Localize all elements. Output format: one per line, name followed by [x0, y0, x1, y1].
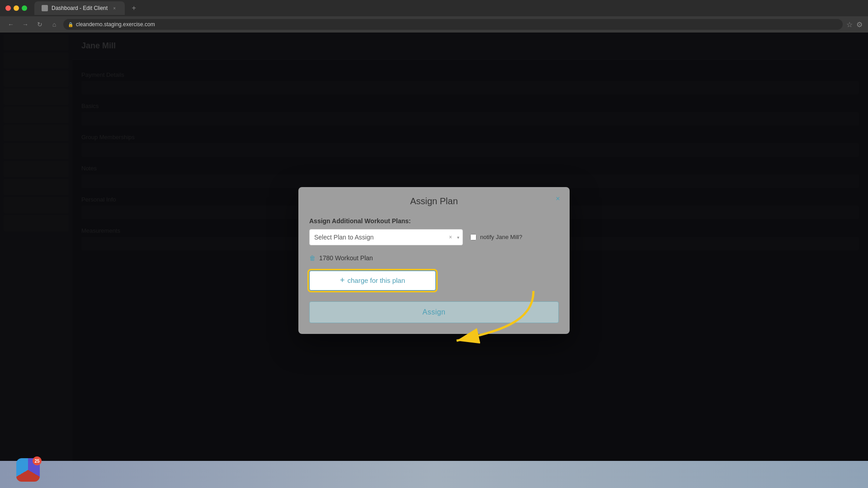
reload-button[interactable]: ↻ — [34, 19, 45, 30]
chevron-down-icon: ▾ — [457, 235, 459, 239]
notify-checkbox-row: notify Jane Mill? — [470, 234, 522, 240]
notify-checkbox[interactable] — [470, 234, 476, 240]
charge-for-plan-button[interactable]: + charge for this plan — [309, 271, 436, 291]
url-text: cleandemo.staging.exercise.com — [76, 21, 155, 28]
nav-actions: ☆ ⚙ — [846, 20, 863, 29]
plan-select-dropdown[interactable]: Select Plan to Assign — [309, 229, 463, 245]
tab-title: Dashboard - Edit Client — [52, 5, 108, 11]
lock-icon: 🔒 — [68, 22, 73, 27]
home-button[interactable]: ⌂ — [49, 19, 60, 30]
modal-overlay: Assign Plan × Assign Additional Workout … — [0, 33, 868, 488]
notify-label: notify Jane Mill? — [480, 234, 522, 240]
traffic-lights — [5, 5, 27, 11]
traffic-light-close[interactable] — [5, 5, 11, 11]
modal-close-button[interactable]: × — [553, 194, 562, 203]
traffic-light-fullscreen[interactable] — [22, 5, 27, 11]
assign-button[interactable]: Assign — [309, 301, 559, 323]
browser-chrome: Dashboard - Edit Client × + ← → ↻ ⌂ 🔒 cl… — [0, 0, 868, 33]
modal-title: Assign Plan — [410, 196, 458, 206]
modal-body: Assign Additional Workout Plans: Select … — [298, 214, 570, 334]
back-button[interactable]: ← — [5, 19, 16, 30]
plus-icon: + — [340, 276, 345, 285]
app-icon-badge: 25 — [33, 456, 42, 465]
bottom-gradient-bar — [0, 461, 868, 488]
forward-button[interactable]: → — [20, 19, 31, 30]
nav-bar: ← → ↻ ⌂ 🔒 cleandemo.staging.exercise.com… — [0, 16, 868, 33]
assign-section-label: Assign Additional Workout Plans: — [309, 217, 559, 225]
extensions-icon[interactable]: ⚙ — [856, 20, 863, 29]
plan-select-row: Select Plan to Assign × ▾ notify Jane Mi… — [309, 229, 559, 245]
plan-name: 1780 Workout Plan — [319, 254, 373, 262]
tab-bar: Dashboard - Edit Client × + — [0, 0, 868, 16]
assign-plan-modal: Assign Plan × Assign Additional Workout … — [298, 187, 570, 334]
page-background: Jane Mill Payment Details Basics Group M… — [0, 33, 868, 488]
new-tab-button[interactable]: + — [128, 3, 139, 14]
app-icon-container: 25 — [16, 458, 40, 482]
select-clear-icon[interactable]: × — [449, 234, 452, 240]
active-tab[interactable]: Dashboard - Edit Client × — [34, 1, 125, 15]
plan-select-wrapper: Select Plan to Assign × ▾ — [309, 229, 463, 245]
address-bar[interactable]: 🔒 cleandemo.staging.exercise.com — [63, 19, 843, 30]
bookmark-icon[interactable]: ☆ — [846, 20, 853, 29]
workout-plan-item: 🗑 1780 Workout Plan — [309, 253, 559, 263]
arrow-annotation — [443, 286, 542, 361]
trash-icon[interactable]: 🗑 — [309, 254, 316, 262]
charge-btn-label: charge for this plan — [347, 277, 405, 284]
tab-favicon — [42, 5, 48, 11]
traffic-light-minimize[interactable] — [14, 5, 19, 11]
tab-close-button[interactable]: × — [111, 5, 118, 11]
modal-header: Assign Plan × — [298, 187, 570, 214]
